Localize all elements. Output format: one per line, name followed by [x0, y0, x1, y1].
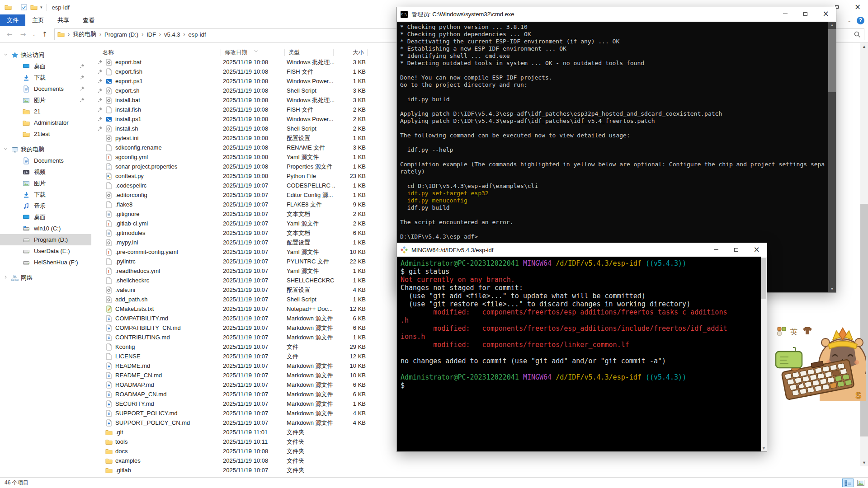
sidebar-item-21test[interactable]: 21test — [0, 128, 91, 140]
mingw-title: MINGW64:/d/IDF/v5.4.3/esp-idf — [411, 247, 493, 253]
qat-dropdown-icon[interactable]: ▾ — [40, 5, 42, 9]
cmd-titlebar[interactable]: C:\ 管理员: C:\Windows\system32\cmd.exe × — [397, 7, 836, 22]
sidebar-item-桌面[interactable]: 桌面 — [0, 211, 91, 223]
chevron-down-icon[interactable] — [4, 147, 9, 152]
ribbon-tab-3[interactable]: 查看 — [76, 14, 101, 26]
scrollbar-thumb[interactable] — [761, 258, 766, 299]
ribbon-tab-1[interactable]: 主页 — [25, 14, 51, 26]
terminal-line: Done! You can now compile ESP-IDF projec… — [400, 74, 833, 81]
sidebar-item-administrator[interactable]: Administrator — [0, 117, 91, 128]
breadcrumb-item-0[interactable]: 我的电脑 — [73, 30, 96, 38]
picture-icon — [23, 97, 30, 104]
ribbon-tab-0[interactable]: 文件 — [0, 14, 25, 26]
desktop-icon — [23, 214, 30, 221]
sidebar-item-图片[interactable]: 图片 — [0, 94, 91, 106]
forward-button[interactable]: → — [17, 30, 29, 38]
file-row[interactable]: .gitlab2025/11/19 10:07文件夹 — [94, 465, 868, 475]
chevron-down-icon[interactable]: ⌄ — [848, 18, 851, 23]
mingw-scrollbar[interactable]: ▼ — [761, 257, 767, 451]
gear-file-icon — [105, 296, 113, 303]
md-file-icon — [105, 362, 113, 370]
sidebar-item-下载[interactable]: 下载 — [0, 189, 91, 200]
back-button[interactable]: ← — [4, 30, 15, 38]
scroll-down-icon[interactable]: ▼ — [860, 459, 868, 466]
sidebar-item-heishenhua-f-[interactable]: HeiShenHua (F:) — [0, 257, 91, 268]
breadcrumb-item-2[interactable]: IDF — [146, 31, 156, 38]
ribbon-tab-2[interactable]: 共享 — [51, 14, 76, 26]
download-icon — [23, 191, 30, 198]
status-bar: 46 个项目 — [0, 477, 868, 488]
up-button[interactable]: ↑ — [39, 30, 51, 38]
chevron-right-icon[interactable] — [4, 275, 9, 281]
sidebar-item-桌面[interactable]: 桌面 — [0, 61, 91, 72]
sidebar-item-userdata-e-[interactable]: UserData (E:) — [0, 245, 91, 257]
file-name: ROADMAP.md — [115, 381, 223, 388]
properties-check-icon[interactable] — [20, 4, 28, 11]
file-row[interactable]: examples2025/11/19 10:08文件夹 — [94, 456, 868, 465]
sidebar-item-视频[interactable]: 视频 — [0, 166, 91, 178]
network-icon — [11, 274, 19, 282]
scroll-up-icon[interactable]: ▲ — [860, 43, 868, 50]
explorer-scrollbar[interactable]: ▲ ▼ — [860, 43, 868, 466]
gear-file-icon — [105, 87, 113, 94]
breadcrumb-item-4[interactable]: esp-idf — [189, 31, 206, 38]
scroll-down-icon[interactable]: ▼ — [828, 286, 836, 292]
sidebar-section-this-pc[interactable]: 我的电脑 — [0, 144, 91, 155]
md-file-icon — [105, 381, 113, 389]
thumbnail-view-button[interactable] — [855, 479, 866, 487]
file-size: 1 KB — [335, 400, 369, 407]
scroll-down-icon[interactable]: ▼ — [761, 446, 767, 450]
folder-file-icon — [105, 457, 113, 465]
close-button[interactable]: × — [746, 243, 767, 256]
sidebar-item-win10-c-[interactable]: win10 (C:) — [0, 223, 91, 234]
maximize-button[interactable] — [795, 7, 816, 20]
sidebar-item-21[interactable]: 21 — [0, 106, 91, 117]
file-type: Markdown 源文件 — [287, 362, 335, 370]
breadcrumb-item-3[interactable]: v5.4.3 — [164, 31, 180, 38]
sidebar-item-program-d-[interactable]: Program (D:) — [0, 234, 91, 245]
sidebar-item-documents[interactable]: Documents — [0, 155, 91, 166]
sidebar-item-音乐[interactable]: 音乐 — [0, 200, 91, 211]
scroll-up-icon[interactable]: ▲ — [828, 22, 836, 28]
sidebar-item-documents[interactable]: Documents — [0, 83, 91, 94]
file-type: FLAKE8 文件 — [287, 201, 335, 209]
file-name: .pylintrc — [115, 258, 223, 265]
sidebar-item-图片[interactable]: 图片 — [0, 178, 91, 189]
new-folder-icon[interactable] — [30, 4, 38, 11]
sidebar-item-label: Administrator — [34, 119, 69, 126]
scrollbar-thumb[interactable] — [828, 29, 836, 92]
file-date: 2025/11/19 10:08 — [223, 163, 287, 170]
mingw-titlebar[interactable]: MINGW64:/d/IDF/v5.4.3/esp-idf × — [397, 243, 767, 257]
terminal-line: Changes not staged for commit: — [401, 284, 763, 292]
close-button[interactable]: × — [847, 0, 868, 14]
mingw-window[interactable]: MINGW64:/d/IDF/v5.4.3/esp-idf × Administ… — [396, 243, 767, 452]
help-button[interactable]: ? — [857, 17, 864, 24]
file-size: 2 KB — [335, 220, 369, 227]
column-header-type[interactable]: 类型 — [285, 47, 334, 57]
column-header-name[interactable]: 名称 — [94, 47, 221, 57]
column-header-date[interactable]: 修改日期 — [221, 47, 285, 57]
sidebar-item-下载[interactable]: 下载 — [0, 72, 91, 83]
cmd-scrollbar[interactable]: ▲ ▼ — [828, 22, 836, 292]
sidebar-item-label: HeiShenHua (F:) — [34, 259, 78, 266]
sidebar-section-network[interactable]: 网络 — [0, 272, 91, 283]
maximize-button[interactable] — [726, 243, 746, 256]
file-size: 1 KB — [335, 154, 369, 160]
minimize-button[interactable] — [775, 7, 795, 20]
minimize-button[interactable] — [706, 243, 726, 256]
mingw-terminal-output[interactable]: Administrator@PC-202312022041 MINGW64 /d… — [397, 257, 767, 451]
sidebar-section-quick-access[interactable]: 快速访问 — [0, 49, 91, 61]
details-view-button[interactable] — [842, 479, 854, 487]
close-button[interactable]: × — [816, 7, 836, 20]
file-size: 2 KB — [335, 116, 369, 122]
file-size: 10 KB — [335, 249, 369, 255]
file-type: Windows 批处理... — [287, 96, 335, 104]
history-dropdown-icon[interactable]: ⌄ — [31, 32, 37, 37]
file-date: 2025/11/19 10:07 — [223, 230, 287, 236]
breadcrumb-item-1[interactable]: Program (D:) — [104, 31, 138, 38]
gear-file-icon — [105, 59, 113, 66]
chevron-down-icon[interactable] — [4, 52, 9, 58]
column-header-size[interactable]: 大小 — [334, 47, 368, 57]
sidebar-item-label: 图片 — [34, 96, 46, 104]
file-date: 2025/11/19 10:08 — [223, 78, 287, 84]
